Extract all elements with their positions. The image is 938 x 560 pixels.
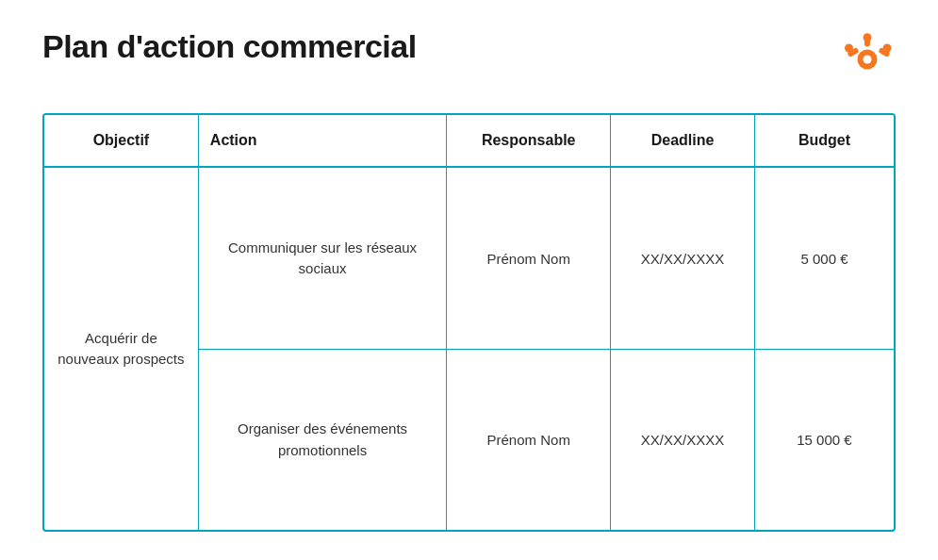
col-header-responsable: Responsable (447, 115, 611, 167)
budget-cell-2: 15 000 € (754, 350, 894, 530)
objectif-cell: Acquérir de nouveaux prospects (44, 167, 198, 530)
deadline-cell-2: XX/XX/XXXX (611, 350, 755, 530)
col-header-deadline: Deadline (611, 115, 755, 167)
col-header-objectif: Objectif (44, 115, 198, 167)
col-header-action: Action (198, 115, 446, 167)
col-header-budget: Budget (754, 115, 894, 167)
table-header-row: Objectif Action Responsable Deadline Bud… (44, 115, 894, 167)
svg-point-4 (883, 44, 892, 53)
action-cell-1: Communiquer sur les réseaux sociaux (198, 167, 446, 350)
budget-cell-1: 5 000 € (754, 167, 894, 350)
table-row: Acquérir de nouveaux prospects Communiqu… (44, 167, 894, 350)
responsable-cell-2: Prénom Nom (447, 350, 611, 530)
hubspot-logo-icon (839, 28, 896, 85)
deadline-cell-1: XX/XX/XXXX (611, 167, 755, 350)
action-plan-table-container: Objectif Action Responsable Deadline Bud… (42, 113, 896, 532)
svg-point-6 (845, 44, 853, 53)
page-header: Plan d'action commercial (42, 28, 896, 85)
action-cell-2: Organiser des événements promotionnels (198, 350, 446, 530)
action-plan-table: Objectif Action Responsable Deadline Bud… (44, 115, 894, 530)
svg-point-2 (864, 33, 872, 41)
responsable-cell-1: Prénom Nom (447, 167, 611, 350)
svg-point-7 (864, 56, 872, 64)
page-title: Plan d'action commercial (42, 28, 417, 65)
